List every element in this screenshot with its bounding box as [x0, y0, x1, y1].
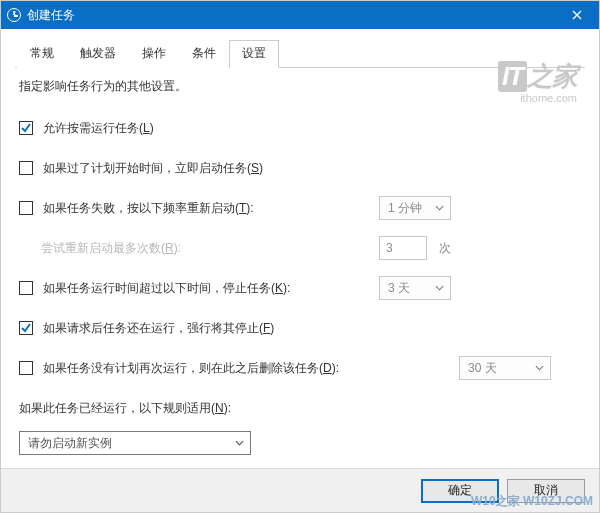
chevron-down-icon — [435, 285, 444, 291]
tab-triggers[interactable]: 触发器 — [67, 40, 129, 68]
tab-general[interactable]: 常规 — [17, 40, 67, 68]
row-delete-if-not-scheduled: 如果任务没有计划再次运行，则在此之后删除该任务(D): 30 天 — [19, 357, 581, 379]
close-icon — [572, 10, 582, 20]
row-force-stop: 如果请求后任务还在运行，强行将其停止(F) — [19, 317, 581, 339]
chevron-down-icon — [235, 440, 244, 446]
settings-description: 指定影响任务行为的其他设置。 — [19, 78, 581, 95]
chevron-down-icon — [535, 365, 544, 371]
tab-settings[interactable]: 设置 — [229, 40, 279, 68]
label-max-restarts-unit: 次 — [439, 240, 451, 257]
row-rule-label: 如果此任务已经运行，以下规则适用(N): — [19, 397, 581, 419]
checkbox-force-stop[interactable] — [19, 321, 33, 335]
ok-button[interactable]: 确定 — [421, 479, 499, 503]
select-stop-duration[interactable]: 3 天 — [379, 276, 451, 300]
row-allow-on-demand: 允许按需运行任务(L) — [19, 117, 581, 139]
label-restart-on-fail: 如果任务失败，按以下频率重新启动(T): — [43, 200, 254, 217]
close-button[interactable] — [555, 1, 599, 29]
clock-icon — [7, 8, 21, 22]
settings-pane: 指定影响任务行为的其他设置。 允许按需运行任务(L) 如果过了计划开始时间，立即… — [15, 68, 585, 455]
checkbox-allow-on-demand[interactable] — [19, 121, 33, 135]
row-stop-if-long: 如果任务运行时间超过以下时间，停止任务(K): 3 天 — [19, 277, 581, 299]
checkbox-restart-on-fail[interactable] — [19, 201, 33, 215]
cancel-button[interactable]: 取消 — [507, 479, 585, 503]
label-run-if-missed: 如果过了计划开始时间，立即启动任务(S) — [43, 160, 263, 177]
row-restart-on-fail: 如果任务失败，按以下频率重新启动(T): 1 分钟 — [19, 197, 581, 219]
row-run-if-missed: 如果过了计划开始时间，立即启动任务(S) — [19, 157, 581, 179]
checkbox-stop-if-long[interactable] — [19, 281, 33, 295]
chevron-down-icon — [435, 205, 444, 211]
select-delete-after[interactable]: 30 天 — [459, 356, 551, 380]
row-max-restarts: 尝试重新启动最多次数(R): 3 次 — [19, 237, 581, 259]
checkbox-delete-if-not-scheduled[interactable] — [19, 361, 33, 375]
input-max-restarts[interactable]: 3 — [379, 236, 427, 260]
window-title: 创建任务 — [27, 7, 75, 24]
label-rule: 如果此任务已经运行，以下规则适用(N): — [19, 400, 231, 417]
tab-strip: 常规 触发器 操作 条件 设置 — [15, 39, 585, 68]
titlebar: 创建任务 — [1, 1, 599, 29]
label-allow-on-demand: 允许按需运行任务(L) — [43, 120, 154, 137]
tab-conditions[interactable]: 条件 — [179, 40, 229, 68]
label-max-restarts: 尝试重新启动最多次数(R): — [41, 240, 181, 257]
tab-actions[interactable]: 操作 — [129, 40, 179, 68]
checkbox-run-if-missed[interactable] — [19, 161, 33, 175]
select-rule[interactable]: 请勿启动新实例 — [19, 431, 251, 455]
label-delete-if-not-scheduled: 如果任务没有计划再次运行，则在此之后删除该任务(D): — [43, 360, 339, 377]
select-restart-interval[interactable]: 1 分钟 — [379, 196, 451, 220]
content-area: IT之家 ithome.com 常规 触发器 操作 条件 设置 指定影响任务行为… — [1, 29, 599, 455]
label-force-stop: 如果请求后任务还在运行，强行将其停止(F) — [43, 320, 274, 337]
dialog-footer: 确定 取消 — [1, 468, 599, 512]
label-stop-if-long: 如果任务运行时间超过以下时间，停止任务(K): — [43, 280, 290, 297]
